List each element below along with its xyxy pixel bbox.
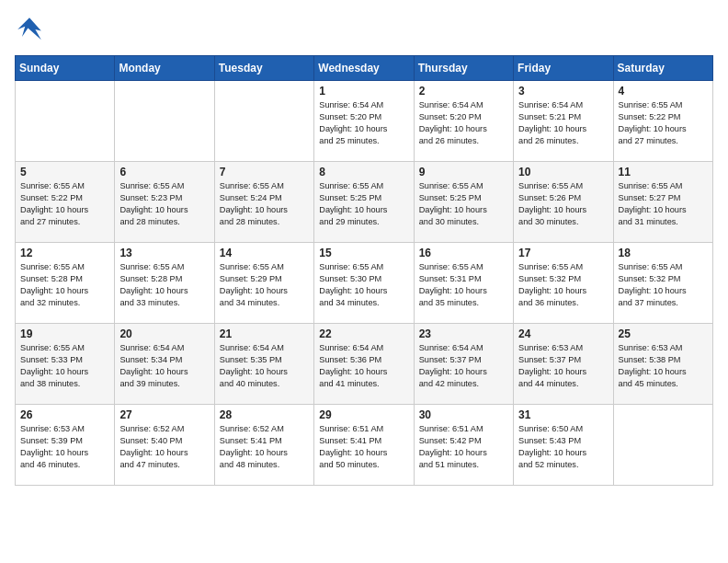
calendar-cell: 1Sunrise: 6:54 AM Sunset: 5:20 PM Daylig…	[314, 81, 414, 162]
calendar-week-row: 5Sunrise: 6:55 AM Sunset: 5:22 PM Daylig…	[16, 162, 713, 243]
logo	[15, 15, 48, 44]
day-info: Sunrise: 6:52 AM Sunset: 5:41 PM Dayligh…	[220, 423, 309, 471]
calendar-cell	[613, 405, 712, 486]
calendar-cell: 23Sunrise: 6:54 AM Sunset: 5:37 PM Dayli…	[414, 324, 513, 405]
calendar-cell: 22Sunrise: 6:54 AM Sunset: 5:36 PM Dayli…	[314, 324, 414, 405]
calendar-cell: 21Sunrise: 6:54 AM Sunset: 5:35 PM Dayli…	[214, 324, 313, 405]
day-info: Sunrise: 6:55 AM Sunset: 5:23 PM Dayligh…	[119, 180, 209, 228]
day-info: Sunrise: 6:51 AM Sunset: 5:42 PM Dayligh…	[419, 423, 508, 471]
calendar-cell: 19Sunrise: 6:55 AM Sunset: 5:33 PM Dayli…	[16, 324, 115, 405]
weekday-header: Friday	[514, 56, 613, 81]
calendar-cell: 11Sunrise: 6:55 AM Sunset: 5:27 PM Dayli…	[613, 162, 712, 243]
day-info: Sunrise: 6:55 AM Sunset: 5:24 PM Dayligh…	[220, 180, 309, 228]
day-info: Sunrise: 6:55 AM Sunset: 5:25 PM Dayligh…	[419, 180, 508, 228]
logo-icon	[15, 15, 44, 44]
day-info: Sunrise: 6:54 AM Sunset: 5:21 PM Dayligh…	[518, 99, 608, 147]
day-info: Sunrise: 6:55 AM Sunset: 5:22 PM Dayligh…	[619, 99, 708, 147]
day-info: Sunrise: 6:50 AM Sunset: 5:43 PM Dayligh…	[518, 423, 608, 471]
calendar-cell: 6Sunrise: 6:55 AM Sunset: 5:23 PM Daylig…	[115, 162, 214, 243]
day-info: Sunrise: 6:54 AM Sunset: 5:36 PM Dayligh…	[319, 342, 408, 390]
calendar-cell: 27Sunrise: 6:52 AM Sunset: 5:40 PM Dayli…	[115, 405, 214, 486]
calendar-cell: 26Sunrise: 6:53 AM Sunset: 5:39 PM Dayli…	[16, 405, 115, 486]
weekday-header: Monday	[115, 56, 214, 81]
calendar-cell: 7Sunrise: 6:55 AM Sunset: 5:24 PM Daylig…	[214, 162, 313, 243]
calendar-week-row: 26Sunrise: 6:53 AM Sunset: 5:39 PM Dayli…	[16, 405, 713, 486]
weekday-header: Wednesday	[314, 56, 414, 81]
calendar-cell: 15Sunrise: 6:55 AM Sunset: 5:30 PM Dayli…	[314, 243, 414, 324]
day-info: Sunrise: 6:51 AM Sunset: 5:41 PM Dayligh…	[319, 423, 408, 471]
calendar-cell: 14Sunrise: 6:55 AM Sunset: 5:29 PM Dayli…	[214, 243, 313, 324]
day-number: 15	[319, 247, 408, 259]
day-info: Sunrise: 6:54 AM Sunset: 5:20 PM Dayligh…	[319, 99, 408, 147]
day-number: 11	[619, 166, 708, 178]
weekday-header-row: SundayMondayTuesdayWednesdayThursdayFrid…	[16, 56, 713, 81]
day-info: Sunrise: 6:54 AM Sunset: 5:20 PM Dayligh…	[419, 99, 508, 147]
day-info: Sunrise: 6:55 AM Sunset: 5:32 PM Dayligh…	[619, 261, 708, 309]
calendar-table: SundayMondayTuesdayWednesdayThursdayFrid…	[15, 55, 713, 486]
day-info: Sunrise: 6:55 AM Sunset: 5:22 PM Dayligh…	[20, 180, 109, 228]
calendar-cell: 17Sunrise: 6:55 AM Sunset: 5:32 PM Dayli…	[514, 243, 613, 324]
calendar-cell: 30Sunrise: 6:51 AM Sunset: 5:42 PM Dayli…	[414, 405, 513, 486]
calendar-cell	[214, 81, 313, 162]
day-number: 9	[419, 166, 508, 178]
day-number: 5	[20, 166, 109, 178]
day-number: 16	[419, 247, 508, 259]
calendar-cell: 13Sunrise: 6:55 AM Sunset: 5:28 PM Dayli…	[115, 243, 214, 324]
calendar-week-row: 12Sunrise: 6:55 AM Sunset: 5:28 PM Dayli…	[16, 243, 713, 324]
weekday-header: Sunday	[16, 56, 115, 81]
day-info: Sunrise: 6:53 AM Sunset: 5:39 PM Dayligh…	[20, 423, 109, 471]
page-header	[15, 15, 713, 44]
day-number: 3	[518, 85, 608, 98]
day-number: 31	[518, 408, 608, 421]
day-number: 27	[119, 408, 209, 421]
day-info: Sunrise: 6:54 AM Sunset: 5:34 PM Dayligh…	[119, 342, 209, 390]
calendar-cell: 29Sunrise: 6:51 AM Sunset: 5:41 PM Dayli…	[314, 405, 414, 486]
day-number: 26	[20, 408, 109, 421]
calendar-cell: 31Sunrise: 6:50 AM Sunset: 5:43 PM Dayli…	[514, 405, 613, 486]
day-info: Sunrise: 6:53 AM Sunset: 5:38 PM Dayligh…	[619, 342, 708, 390]
svg-marker-0	[17, 17, 41, 40]
day-number: 13	[119, 247, 209, 259]
day-info: Sunrise: 6:55 AM Sunset: 5:29 PM Dayligh…	[220, 261, 309, 309]
calendar-cell: 24Sunrise: 6:53 AM Sunset: 5:37 PM Dayli…	[514, 324, 613, 405]
calendar-cell	[16, 81, 115, 162]
calendar-week-row: 1Sunrise: 6:54 AM Sunset: 5:20 PM Daylig…	[16, 81, 713, 162]
day-info: Sunrise: 6:54 AM Sunset: 5:37 PM Dayligh…	[419, 342, 508, 390]
day-info: Sunrise: 6:55 AM Sunset: 5:28 PM Dayligh…	[119, 261, 209, 309]
day-info: Sunrise: 6:53 AM Sunset: 5:37 PM Dayligh…	[518, 342, 608, 390]
day-number: 21	[220, 327, 309, 340]
calendar-cell: 5Sunrise: 6:55 AM Sunset: 5:22 PM Daylig…	[16, 162, 115, 243]
day-number: 14	[220, 247, 309, 259]
day-number: 23	[419, 327, 508, 340]
day-info: Sunrise: 6:55 AM Sunset: 5:30 PM Dayligh…	[319, 261, 408, 309]
calendar-cell: 8Sunrise: 6:55 AM Sunset: 5:25 PM Daylig…	[314, 162, 414, 243]
day-number: 18	[619, 247, 708, 259]
weekday-header: Saturday	[613, 56, 712, 81]
day-info: Sunrise: 6:55 AM Sunset: 5:25 PM Dayligh…	[319, 180, 408, 228]
day-number: 30	[419, 408, 508, 421]
calendar-cell: 20Sunrise: 6:54 AM Sunset: 5:34 PM Dayli…	[115, 324, 214, 405]
day-number: 29	[319, 408, 408, 421]
day-number: 17	[518, 247, 608, 259]
calendar-cell: 25Sunrise: 6:53 AM Sunset: 5:38 PM Dayli…	[613, 324, 712, 405]
weekday-header: Thursday	[414, 56, 513, 81]
day-number: 2	[419, 85, 508, 98]
calendar-cell	[115, 81, 214, 162]
day-info: Sunrise: 6:55 AM Sunset: 5:26 PM Dayligh…	[518, 180, 608, 228]
calendar-cell: 10Sunrise: 6:55 AM Sunset: 5:26 PM Dayli…	[514, 162, 613, 243]
day-number: 25	[619, 327, 708, 340]
day-number: 4	[619, 85, 708, 98]
day-info: Sunrise: 6:55 AM Sunset: 5:32 PM Dayligh…	[518, 261, 608, 309]
day-number: 8	[319, 166, 408, 178]
day-number: 1	[319, 85, 408, 98]
day-info: Sunrise: 6:55 AM Sunset: 5:33 PM Dayligh…	[20, 342, 109, 390]
day-number: 24	[518, 327, 608, 340]
calendar-cell: 12Sunrise: 6:55 AM Sunset: 5:28 PM Dayli…	[16, 243, 115, 324]
day-number: 20	[119, 327, 209, 340]
day-number: 19	[20, 327, 109, 340]
day-number: 22	[319, 327, 408, 340]
day-info: Sunrise: 6:55 AM Sunset: 5:31 PM Dayligh…	[419, 261, 508, 309]
day-info: Sunrise: 6:55 AM Sunset: 5:28 PM Dayligh…	[20, 261, 109, 309]
calendar-cell: 3Sunrise: 6:54 AM Sunset: 5:21 PM Daylig…	[514, 81, 613, 162]
day-number: 7	[220, 166, 309, 178]
